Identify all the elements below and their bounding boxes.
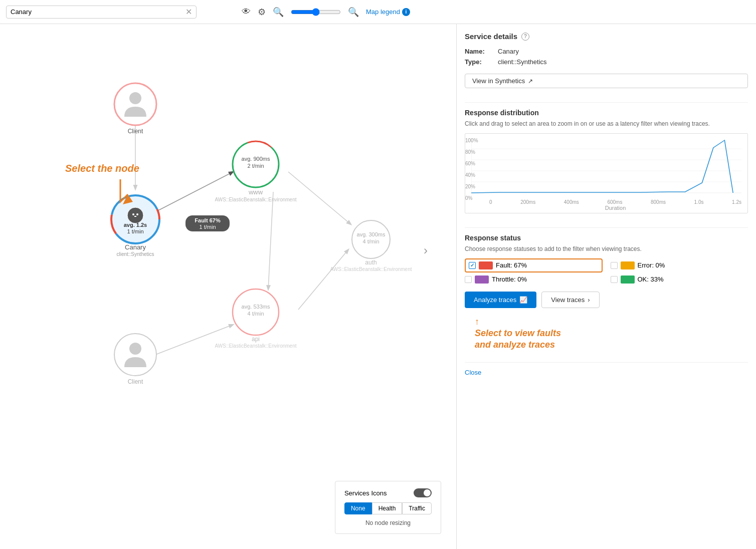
eye-icon[interactable]: 👁 xyxy=(242,7,251,17)
divider-2 xyxy=(465,227,748,228)
svg-text:Client: Client xyxy=(128,378,143,385)
toolbar: ✕ 👁 ⚙ 🔍 🔍 Map legend i xyxy=(0,0,756,24)
action-buttons: Analyze traces 📈 View traces › xyxy=(465,292,748,308)
bottom-panel: Services Icons None Health Traffic No no… xyxy=(335,481,441,534)
svg-line-2 xyxy=(288,172,351,224)
type-value: client::Synthetics xyxy=(498,58,547,66)
annotation-analyze: ↑ Select to view faults and analyze trac… xyxy=(475,316,748,351)
panel-header: Service details ? xyxy=(465,32,748,41)
response-status-grid: Fault: 67% Error: 0% Throttle: 0% OK: 33… xyxy=(465,258,748,284)
fault-color xyxy=(479,261,493,269)
svg-text:2 t/min: 2 t/min xyxy=(247,163,264,169)
svg-text:Canary: Canary xyxy=(125,243,146,251)
error-color xyxy=(621,261,635,269)
service-type-row: Type: client::Synthetics xyxy=(465,58,748,66)
services-icons-row: Services Icons xyxy=(344,488,432,497)
svg-text:AWS::ElasticBeanstalk::Environ: AWS::ElasticBeanstalk::Environment xyxy=(215,197,296,202)
fault-checkbox[interactable] xyxy=(469,262,476,269)
error-checkbox[interactable] xyxy=(611,262,618,269)
error-label: Error: 0% xyxy=(638,261,665,269)
services-icons-label: Services Icons xyxy=(344,489,387,497)
svg-line-3 xyxy=(268,192,273,290)
map-svg: › Client xyxy=(0,24,451,475)
svg-text:AWS::ElasticBeanstalk::Environ: AWS::ElasticBeanstalk::Environment xyxy=(330,266,412,272)
map-legend-link[interactable]: Map legend i xyxy=(366,8,410,16)
svg-text:Select the node: Select the node xyxy=(65,163,139,174)
zoom-out-icon[interactable]: 🔍 xyxy=(273,7,284,18)
map-legend-info-icon: i xyxy=(402,8,410,16)
svg-line-1 xyxy=(155,172,233,212)
name-value: Canary xyxy=(498,48,519,55)
svg-rect-16 xyxy=(134,216,136,217)
svg-text:avg. 1.2s: avg. 1.2s xyxy=(124,222,147,228)
svg-line-5 xyxy=(298,249,348,310)
svg-text:Fault 67%: Fault 67% xyxy=(195,217,221,223)
status-error[interactable]: Error: 0% xyxy=(611,258,748,272)
toolbar-icons: 👁 ⚙ 🔍 🔍 Map legend i xyxy=(242,7,410,18)
divider-1 xyxy=(465,102,748,103)
view-synthetics-button[interactable]: View in Synthetics ↗ xyxy=(465,74,748,88)
zoom-slider[interactable] xyxy=(291,8,341,16)
view-health-button[interactable]: Health xyxy=(372,502,403,514)
svg-point-14 xyxy=(132,213,134,215)
clear-icon[interactable]: ✕ xyxy=(185,8,192,16)
svg-text:AWS::ElasticBeanstalk::Environ: AWS::ElasticBeanstalk::Environment xyxy=(215,343,296,349)
svg-text:client::Synthetics: client::Synthetics xyxy=(116,251,154,257)
fault-label: Fault: 67% xyxy=(496,261,527,269)
close-link[interactable]: Close xyxy=(465,369,748,376)
chart-y-labels: 100% 80% 60% 40% 20% 0% xyxy=(465,138,481,201)
type-label: Type: xyxy=(465,58,495,66)
map-canvas[interactable]: › Client xyxy=(0,24,456,549)
status-fault[interactable]: Fault: 67% xyxy=(465,258,603,272)
svg-point-39 xyxy=(129,343,141,355)
ok-label: OK: 33% xyxy=(638,276,664,283)
divider-3 xyxy=(465,362,748,363)
svg-text:www: www xyxy=(248,188,263,196)
chart-x-title: Duration xyxy=(489,205,741,211)
name-label: Name: xyxy=(465,48,495,55)
svg-point-15 xyxy=(136,213,138,215)
chart-x-labels: 0 200ms 400ms 600ms 800ms 1.0s 1.2s xyxy=(489,199,741,205)
search-box[interactable]: ✕ xyxy=(6,6,197,19)
panel-title: Service details xyxy=(465,32,517,41)
svg-text:Client: Client xyxy=(128,128,143,135)
chart-icon: 📈 xyxy=(519,296,527,304)
status-ok[interactable]: OK: 33% xyxy=(611,276,748,284)
throttle-label: Throttle: 0% xyxy=(492,276,527,283)
ok-color xyxy=(621,276,635,284)
view-buttons-row: None Health Traffic xyxy=(344,502,432,514)
external-link-icon: ↗ xyxy=(528,78,533,85)
search-input[interactable] xyxy=(11,8,185,16)
svg-text:avg. 533ms: avg. 533ms xyxy=(242,304,270,310)
throttle-color xyxy=(475,276,489,284)
svg-text:4 t/min: 4 t/min xyxy=(362,238,379,244)
response-dist-desc: Click and drag to select an area to zoom… xyxy=(465,120,748,128)
view-none-button[interactable]: None xyxy=(344,502,372,514)
zoom-in-icon[interactable]: 🔍 xyxy=(348,7,359,18)
analyze-traces-button[interactable]: Analyze traces 📈 xyxy=(465,292,536,308)
service-panel: Service details ? Name: Canary Type: cli… xyxy=(456,24,756,549)
throttle-checkbox[interactable] xyxy=(465,276,472,283)
settings-icon[interactable]: ⚙ xyxy=(258,7,266,18)
ok-checkbox[interactable] xyxy=(611,276,618,283)
zoom-range[interactable] xyxy=(291,8,341,16)
svg-text:4 t/min: 4 t/min xyxy=(247,311,264,317)
help-icon[interactable]: ? xyxy=(521,33,529,41)
svg-text:1 t/min: 1 t/min xyxy=(127,228,143,234)
svg-text:avg. 300ms: avg. 300ms xyxy=(357,231,386,237)
response-status-desc: Choose response statuses to add to the f… xyxy=(465,245,748,253)
svg-text:›: › xyxy=(424,243,428,257)
response-status-title: Response status xyxy=(465,234,748,242)
svg-text:avg. 900ms: avg. 900ms xyxy=(242,156,270,162)
services-icons-toggle[interactable] xyxy=(414,488,432,497)
response-dist-chart[interactable]: 100% 80% 60% 40% 20% 0% 0 200ms xyxy=(465,133,748,213)
svg-text:1 t/min: 1 t/min xyxy=(199,224,216,230)
svg-point-8 xyxy=(129,92,141,104)
view-traffic-button[interactable]: Traffic xyxy=(402,502,432,514)
response-dist-title: Response distribution xyxy=(465,109,748,117)
view-traces-button[interactable]: View traces › xyxy=(541,292,599,308)
chart-line xyxy=(471,138,741,198)
status-throttle[interactable]: Throttle: 0% xyxy=(465,276,603,284)
service-name-row: Name: Canary xyxy=(465,48,748,55)
main-layout: › Client xyxy=(0,24,756,549)
